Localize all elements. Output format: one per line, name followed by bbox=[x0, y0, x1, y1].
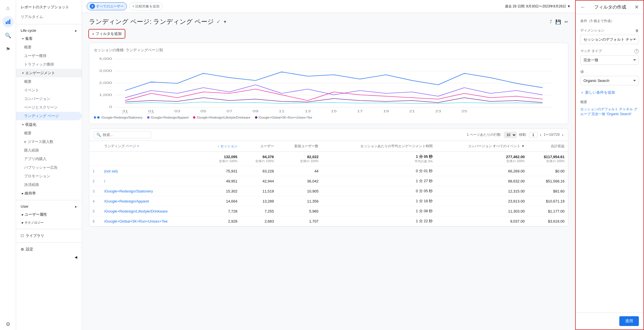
row-revenue-6: $3,618.00 bbox=[528, 216, 568, 226]
row-sessions-1: 75,931 bbox=[202, 166, 241, 176]
sidebar-item-acquisition-overview[interactable]: 概要 bbox=[16, 43, 82, 52]
sidebar-item-demographics[interactable]: ▶ ユーザー属性 bbox=[16, 210, 82, 219]
row-num-3: 3 bbox=[93, 189, 95, 193]
match-type-help-icon[interactable]: ? bbox=[634, 49, 639, 54]
col-header-sessions[interactable]: ↓ セッション bbox=[202, 141, 241, 152]
col-header-users[interactable]: ユーザー bbox=[241, 141, 277, 152]
filter-summary-text[interactable]: セッションのデフォルト チャネル グループ 完全一致 'Organic Sear… bbox=[580, 107, 639, 117]
right-panel-body: 条件（5 個まで作成） ディメンション 🗑 セッションのデフォルト チャ マッチ… bbox=[576, 14, 643, 313]
pagination-info: 1 ページあたりの行数: 10 25 50 移動: ‹ 1〜10/729 › bbox=[467, 132, 563, 138]
svg-text:25: 25 bbox=[461, 110, 467, 113]
right-panel-close-button[interactable]: ✕ bbox=[635, 4, 639, 10]
col-header-revenue[interactable]: 合計収益 bbox=[528, 141, 568, 152]
value-form-group: 値 Organic Search bbox=[580, 69, 639, 85]
sidebar-item-in-app[interactable]: アプリ内購入 bbox=[16, 155, 82, 163]
sidebar-settings[interactable]: ⚙ 設定 bbox=[16, 245, 82, 254]
add-filter-button[interactable]: + フィルタを追加 bbox=[89, 30, 125, 38]
table-row: 4 /Google+Redesign/Apparel 14,664 13,289… bbox=[89, 196, 568, 206]
sidebar-realtime[interactable]: リアルタイム bbox=[16, 12, 82, 22]
retention-triangle: ▶ bbox=[22, 192, 24, 195]
apply-button[interactable]: 適用 bbox=[619, 316, 639, 326]
date-range-chevron: ▼ bbox=[567, 4, 571, 8]
dimension-select[interactable]: セッションのデフォルト チャ bbox=[580, 35, 639, 44]
svg-text:15: 15 bbox=[331, 110, 337, 113]
sidebar-snapshots[interactable]: レポートのスナップショット bbox=[16, 2, 82, 12]
nav-home-icon[interactable]: ⌂ bbox=[2, 2, 14, 14]
sidebar-item-promotions[interactable]: プロモーション bbox=[16, 172, 82, 180]
sidebar-item-purchase-journey[interactable]: 購入経路 bbox=[16, 146, 82, 155]
rows-per-page-select[interactable]: 10 25 50 bbox=[504, 132, 517, 138]
row-page-1[interactable]: (not set) bbox=[104, 169, 118, 173]
sidebar-section-monetization[interactable]: ▼ 収益化 bbox=[16, 120, 82, 129]
sidebar-section-lifecycle[interactable]: Life cycle ▲ bbox=[16, 27, 82, 34]
row-page-6[interactable]: /Google+Global+5K+Run+Unisex+Tee bbox=[104, 219, 168, 223]
row-users-1: 63,228 bbox=[241, 166, 277, 176]
add-col-icon[interactable]: + bbox=[137, 144, 139, 148]
sidebar-item-ecommerce[interactable]: e コマース購入数 bbox=[16, 138, 82, 146]
table-search-input[interactable] bbox=[103, 133, 149, 137]
date-range-selector[interactable]: 過去 28 日間: 8月30日〜2023年9月26日 ▼ bbox=[505, 4, 571, 9]
add-condition-button[interactable]: ＋ 新しい条件を追加 bbox=[580, 90, 639, 95]
share-report-icon[interactable]: ⤴ bbox=[550, 19, 552, 24]
value-select[interactable]: Organic Search bbox=[580, 76, 639, 85]
collapse-sidebar-btn[interactable]: ◀ bbox=[16, 254, 82, 261]
sidebar-item-pages-screens[interactable]: ページとスクリーン bbox=[16, 103, 82, 112]
sidebar-item-user-acquisition[interactable]: ユーザー獲得 bbox=[16, 52, 82, 60]
row-page-2[interactable]: / bbox=[104, 179, 105, 183]
sidebar-item-publisher-ads[interactable]: パブリッシャー広告 bbox=[16, 163, 82, 172]
sidebar-item-conversions[interactable]: コンバージョン bbox=[16, 95, 82, 103]
match-type-select[interactable]: 完全一致 bbox=[580, 55, 639, 65]
col-header-new-users[interactable]: 新規ユーザー数 bbox=[277, 141, 322, 152]
nav-analytics-icon[interactable] bbox=[2, 16, 14, 28]
engagement-triangle: ▼ bbox=[22, 72, 24, 74]
sidebar-item-monetization-overview[interactable]: 概要 bbox=[16, 129, 82, 138]
table-row: 5 /Google+Redesign/Lifestyle/Drinkware 7… bbox=[89, 206, 568, 216]
user-chip-count: 9 bbox=[90, 4, 95, 9]
customize-report-icon[interactable]: ✏ bbox=[565, 19, 568, 25]
svg-text:3,000: 3,000 bbox=[99, 69, 112, 72]
save-report-icon[interactable]: 💾 bbox=[555, 19, 561, 25]
legend-dot-2 bbox=[147, 116, 149, 119]
svg-text:21: 21 bbox=[409, 110, 415, 113]
svg-text:07: 07 bbox=[227, 110, 232, 113]
move-input[interactable] bbox=[529, 132, 538, 138]
sidebar-item-engagement-overview[interactable]: 概要 bbox=[16, 77, 82, 86]
sidebar-section-user[interactable]: User ▲ bbox=[16, 203, 82, 210]
sidebar-item-checkout[interactable]: 決済経路 bbox=[16, 180, 82, 189]
nav-flag-icon[interactable]: ⚑ bbox=[2, 44, 14, 55]
left-navigation: ⌂ 🔍 ⚑ ⚙ bbox=[0, 0, 16, 330]
row-page-3[interactable]: /Google+Redesign/Stationery bbox=[104, 189, 153, 193]
row-sessions-5: 7,728 bbox=[202, 206, 241, 216]
user-chip[interactable]: 9 すべてのユーザー bbox=[87, 2, 127, 10]
col-header-page[interactable]: ランディング ページ + bbox=[101, 141, 202, 152]
row-page-5[interactable]: /Google+Redesign/Lifestyle/Drinkware bbox=[104, 209, 168, 213]
sidebar-item-events[interactable]: イベント bbox=[16, 86, 82, 95]
pagination-prev-icon[interactable]: ‹ bbox=[540, 132, 541, 138]
total-revenue: $117,954.61 bbox=[532, 155, 565, 159]
row-conversions-4: 23,813.00 bbox=[436, 196, 528, 206]
table-search-box[interactable]: 🔍 bbox=[94, 131, 151, 138]
right-panel-title: フィルタの作成 bbox=[594, 4, 626, 10]
col-header-conversions[interactable]: コンバージョン すべてのイベント ▼ bbox=[436, 141, 528, 152]
sidebar-section-engagement[interactable]: ▼ エンゲージメント bbox=[16, 69, 82, 77]
dimension-delete-icon[interactable]: 🗑 bbox=[635, 29, 639, 33]
page-title-dropdown-icon[interactable]: ▼ bbox=[223, 19, 227, 24]
sidebar-section-retention[interactable]: ▶ 維持率 bbox=[16, 189, 82, 198]
sidebar-item-traffic-acquisition[interactable]: トラフィック獲得 bbox=[16, 60, 82, 69]
sidebar-item-tech[interactable]: ▶ テクノロジー bbox=[16, 219, 82, 227]
add-compare-button[interactable]: + 比較対象を追加 bbox=[129, 3, 163, 10]
nav-settings-icon[interactable]: ⚙ bbox=[2, 319, 14, 330]
table-totals-row: 132,095 全体の 100% 94,376 全体の 100% 82,022 … bbox=[89, 152, 568, 166]
row-users-4: 13,289 bbox=[241, 196, 277, 206]
pagination-next-icon[interactable]: › bbox=[562, 132, 563, 138]
match-type-form-group: マッチ タイプ ? 完全一致 bbox=[580, 49, 639, 65]
sidebar-section-acquisition[interactable]: ▼ 集客 bbox=[16, 34, 82, 43]
col-header-avg-engagement[interactable]: セッションあたりの平均エンゲージメント時間 bbox=[322, 141, 436, 152]
lifecycle-chevron: ▲ bbox=[74, 29, 77, 32]
nav-search-icon[interactable]: 🔍 bbox=[2, 30, 14, 41]
right-panel-back-button[interactable]: ← bbox=[580, 4, 585, 10]
sidebar-library[interactable]: ☐ ライブラリ bbox=[16, 231, 82, 240]
sidebar-item-landing-page[interactable]: ランディング ページ bbox=[16, 112, 82, 120]
row-page-4[interactable]: /Google+Redesign/Apparel bbox=[104, 199, 149, 203]
svg-rect-0 bbox=[6, 22, 7, 24]
